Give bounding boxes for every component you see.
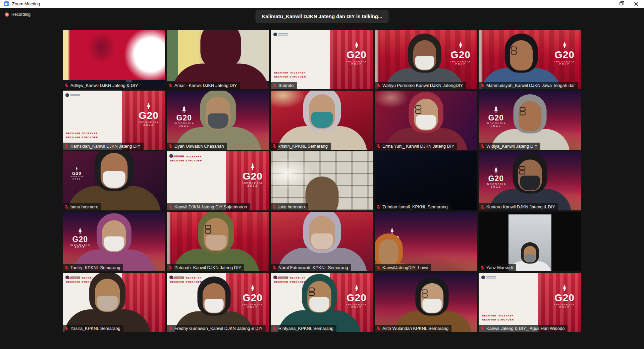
person-head (97, 213, 131, 254)
gunungan-icon (493, 106, 499, 113)
participant-name: Mahmudsyah_Kanwil DJKN Jawa Tengah dan .… (486, 83, 575, 88)
face-mask (309, 297, 329, 312)
restore-button[interactable] (613, 0, 629, 8)
face-mask (416, 115, 436, 130)
video-tile[interactable]: Adhijw_Kanwil DJKN Jateng & DIY (63, 30, 165, 89)
video-tile[interactable]: kristin_KPKNL Semarang (271, 91, 373, 150)
muted-mic-icon (480, 83, 485, 88)
zoom-app-icon (4, 1, 9, 6)
recover-slogan-text: RECOVER TOGETHERRECOVER STRONGER (170, 276, 216, 284)
person-head (513, 94, 546, 134)
participant-name: Kamsidah_Kanwil DJKN Jateng DIY (70, 144, 141, 149)
gunungan-icon (146, 102, 151, 109)
participant-video (508, 214, 551, 271)
face-mask (103, 171, 125, 188)
gunungan-icon (215, 223, 220, 230)
participant-label: Fredhy Gunawan_Kanwil DJKN Jateng & DIY (167, 325, 266, 332)
video-tile[interactable]: G20INDONESIA2022Tantry_KPKNL Semarang (63, 212, 165, 271)
video-tile[interactable]: G20INDONESIA2022Mahmudsyah_Kanwil DJKN J… (479, 30, 581, 89)
participant-name: Wahyu Purnomo Kanwil DJKN JatengDIY (382, 83, 463, 88)
participant-silhouette (271, 91, 373, 150)
participant-label: Tantry_KPKNL Semarang (63, 264, 123, 271)
video-tile[interactable]: Nurul Fatmawati_KPKNL Semarang (271, 212, 373, 271)
g20-logo: G20INDONESIA2022 (554, 285, 575, 309)
video-tile[interactable]: G20INDONESIA2022KanwilJatengDIY_Luvvi (375, 212, 477, 271)
video-tile[interactable]: G20INDONESIA2022Widiya_Kanwil Jateng DIY (479, 91, 581, 150)
person-face (309, 216, 335, 250)
face-mask (207, 113, 228, 129)
person-head (303, 212, 341, 253)
video-tile[interactable]: RECOVER TOGETHERRECOVER STRONGERG20INDON… (271, 273, 373, 332)
g20-logo: G20INDONESIA2022 (208, 223, 228, 247)
video-tile[interactable]: Astri Wulandari KPKNL Semarang (375, 273, 477, 332)
person-face (509, 40, 532, 70)
close-button[interactable] (629, 0, 644, 8)
muted-mic-icon (376, 326, 381, 331)
person-head (94, 151, 133, 191)
participant-name: Yanz Marsudi (486, 265, 513, 270)
glasses-icon (415, 105, 436, 110)
recording-icon (5, 12, 9, 17)
gunungan-icon (75, 167, 78, 170)
ministry-logo-icon (65, 93, 80, 97)
video-tile[interactable]: G20INDONESIA2022banu.hasmoro (63, 151, 165, 210)
muted-mic-icon (64, 205, 69, 209)
person-head (305, 177, 338, 210)
gunungan-icon (562, 285, 567, 291)
video-tile[interactable]: RECOVER TOGETHERRECOVER STRONGERYasira_K… (63, 273, 165, 332)
muted-mic-icon (64, 144, 69, 148)
recover-slogan-text: RECOVER TOGETHERRECOVER STRONGER (274, 71, 320, 79)
video-tile[interactable]: G20INDONESIA2022Dyah Uswatun Chasanah (167, 91, 269, 150)
video-tile[interactable]: joko.hermono (271, 151, 373, 210)
participant-label: Astri Wulandari KPKNL Semarang (375, 325, 451, 332)
video-tile[interactable]: G20INDONESIA2022Kuntoro Kanwil DJKN Jate… (479, 151, 581, 210)
participant-label: Yasira_KPKNL Semarang (63, 325, 123, 332)
person-face (518, 101, 541, 131)
participant-name: Nurul Fatmawati_KPKNL Semarang (278, 265, 348, 270)
participant-silhouette (517, 239, 543, 271)
person-face (518, 159, 542, 191)
g20-logo: G20INDONESIA2022 (70, 167, 84, 180)
gunungan-icon (354, 42, 359, 48)
video-tile[interactable]: G20INDONESIA2022Wahyu Purnomo Kanwil DJK… (375, 30, 477, 89)
video-tile[interactable]: RECOVER TOGETHERRECOVER STRONGERG20INDON… (479, 273, 581, 332)
glasses-icon (519, 166, 540, 171)
muted-mic-icon (272, 83, 277, 88)
participant-name: Subroto (278, 83, 294, 88)
window-controls (598, 0, 644, 8)
video-tile[interactable]: RECOVER TOGETHERRECOVER STRONGERG20INDON… (167, 273, 269, 332)
participant-label: Yanz Marsudi (479, 264, 516, 271)
person-face (420, 283, 443, 313)
ministry-logo-icon (273, 33, 288, 36)
video-tile[interactable]: RECOVER TOGETHERRECOVER STRONGERG20INDON… (63, 91, 165, 150)
person-head (408, 34, 441, 73)
video-tile[interactable]: Erma Yuni_ Kanwil DJKN Jateng DIY (375, 91, 477, 150)
participant-name: joko.hermono (278, 204, 305, 209)
person-face (102, 220, 126, 252)
g20-logo: G20INDONESIA2022 (243, 285, 263, 309)
glasses-icon (511, 47, 532, 51)
recording-label: Recording (11, 12, 31, 17)
gunungan-icon (250, 285, 255, 291)
muted-mic-icon (64, 326, 69, 331)
video-tile[interactable]: Amar - Kanwil DJKN Jateng DIY (167, 30, 269, 89)
g20-logo: G20INDONESIA2022 (70, 228, 90, 249)
person-head (303, 91, 341, 131)
face-mask (97, 296, 117, 311)
person-head (415, 277, 448, 316)
gunungan-icon (77, 228, 83, 234)
video-tile[interactable]: RECOVER TOGETHERRECOVER STRONGERG20INDON… (167, 151, 269, 210)
gunungan-icon (181, 106, 187, 113)
glasses-icon (520, 107, 540, 112)
video-tile[interactable]: RECOVER TOGETHERRECOVER STRONGERG20INDON… (271, 30, 373, 89)
g20-logo: G20INDONESIA2022 (450, 42, 471, 66)
minimize-button[interactable] (598, 0, 613, 8)
video-tile[interactable]: Zuhdan Ismail_KPKNL Semarang (375, 151, 477, 210)
recover-slogan-text: RECOVER TOGETHERRECOVER STRONGER (66, 132, 112, 140)
g20-logo: G20INDONESIA2022 (486, 106, 506, 128)
muted-mic-icon (272, 205, 277, 209)
muted-mic-icon (480, 326, 485, 331)
video-tile[interactable]: Yanz Marsudi (479, 212, 581, 271)
video-tile[interactable]: G20INDONESIA2022Patonah_Kanwil DJKN Jate… (167, 212, 269, 271)
participant-name: Widiya_Kanwil Jateng DIY (486, 144, 537, 149)
